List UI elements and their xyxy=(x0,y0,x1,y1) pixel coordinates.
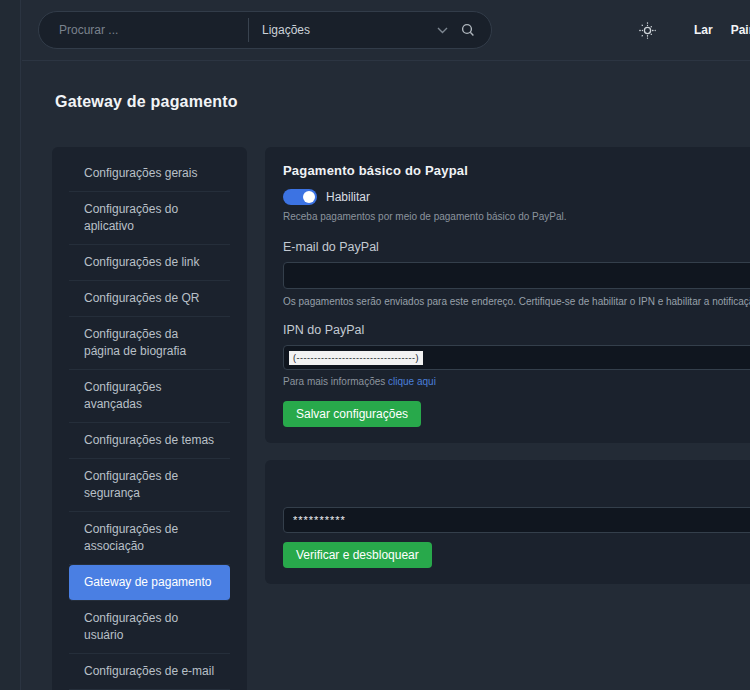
sidebar-item-label: Configurações do aplicativo xyxy=(84,202,178,233)
header: Ligações xyxy=(22,0,750,61)
ipn-selected-text: (----------------------------------) xyxy=(289,351,423,365)
unlock-card-blank-space xyxy=(283,476,750,507)
search-icon[interactable] xyxy=(461,23,475,37)
sidebar-item-gerais[interactable]: Configurações gerais xyxy=(69,156,230,192)
search-category-select[interactable]: Ligações xyxy=(249,12,461,48)
sidebar-item-gateway-pagamento[interactable]: Gateway de pagamento xyxy=(69,565,230,601)
sidebar-item-temas[interactable]: Configurações de temas xyxy=(69,423,230,459)
app-container: Ligações xyxy=(22,0,750,690)
sidebar-item-label: Configurações de associação xyxy=(84,522,178,553)
page-left-edge xyxy=(0,0,21,690)
sidebar-item-avancadas[interactable]: Configurações avançadas xyxy=(69,370,230,423)
chevron-down-icon xyxy=(437,27,448,34)
verify-unlock-button[interactable]: Verificar e desbloquear xyxy=(283,542,432,568)
sidebar-item-label: Configurações do usuário xyxy=(84,611,178,642)
header-nav: Lar Pain xyxy=(639,22,750,39)
sidebar-item-seguranca[interactable]: Configurações de segurança xyxy=(69,459,230,512)
sidebar-item-label: Gateway de pagamento xyxy=(84,575,211,589)
sidebar-item-label: Configurações de e-mail xyxy=(84,664,214,678)
sidebar-item-qr[interactable]: Configurações de QR xyxy=(69,281,230,317)
card-title: Pagamento básico do Paypal xyxy=(283,163,750,178)
enable-toggle-label: Habilitar xyxy=(326,190,370,204)
sidebar-item-label: Configurações de QR xyxy=(84,291,199,305)
toggle-knob xyxy=(303,191,315,203)
sidebar-item-associacao[interactable]: Configurações de associação xyxy=(69,512,230,565)
sidebar-item-label: Configurações gerais xyxy=(84,166,197,180)
save-settings-button[interactable]: Salvar configurações xyxy=(283,401,421,427)
sidebar-item-label: Configurações da página de biografia xyxy=(84,327,186,358)
sidebar-item-label: Configurações de link xyxy=(84,255,199,269)
sidebar-item-aplicativo[interactable]: Configurações do aplicativo xyxy=(69,192,230,245)
search-category-value: Ligações xyxy=(262,23,310,37)
sidebar-item-biografia[interactable]: Configurações da página de biografia xyxy=(69,317,230,370)
sidebar-item-label: Configurações avançadas xyxy=(84,380,161,411)
content-area: Configurações geraisConfigurações do apl… xyxy=(22,147,750,690)
paypal-ipn-label: IPN do PayPal xyxy=(283,323,750,337)
settings-sidebar: Configurações geraisConfigurações do apl… xyxy=(52,147,247,690)
sidebar-item-email[interactable]: Configurações de e-mail xyxy=(69,654,230,690)
sidebar-item-link[interactable]: Configurações de link xyxy=(69,245,230,281)
sidebar-item-usuario[interactable]: Configurações do usuário xyxy=(69,601,230,654)
nav-panel-link[interactable]: Pain xyxy=(731,23,750,37)
unlock-password-input[interactable] xyxy=(283,507,750,533)
sidebar-item-label: Configurações de temas xyxy=(84,433,214,447)
enable-toggle-row: Habilitar xyxy=(283,189,750,205)
theme-sun-icon[interactable] xyxy=(639,22,656,39)
ipn-info-text: Para mais informações xyxy=(283,376,388,387)
search-bar: Ligações xyxy=(38,11,492,49)
ipn-info-row: Para mais informações clique aqui xyxy=(283,376,750,387)
enable-toggle[interactable] xyxy=(283,189,317,205)
search-input[interactable] xyxy=(39,12,248,48)
paypal-email-label: E-mail do PayPal xyxy=(283,240,750,254)
unlock-card: Verificar e desbloquear xyxy=(265,460,750,584)
main-column: Pagamento básico do Paypal Habilitar Rec… xyxy=(265,147,750,584)
sidebar-list: Configurações geraisConfigurações do apl… xyxy=(52,156,247,690)
paypal-basic-card: Pagamento básico do Paypal Habilitar Rec… xyxy=(265,147,750,443)
ipn-info-link[interactable]: clique aqui xyxy=(388,376,436,387)
paypal-ipn-input[interactable]: (----------------------------------) xyxy=(283,345,750,370)
sidebar-item-label: Configurações de segurança xyxy=(84,469,178,500)
page-title: Gateway de pagamento xyxy=(55,93,750,111)
paypal-email-help: Os pagamentos serão enviados para este e… xyxy=(283,296,750,307)
toggle-help-text: Receba pagamentos por meio de pagamento … xyxy=(283,211,750,222)
paypal-email-input[interactable] xyxy=(283,262,750,289)
nav-home-link[interactable]: Lar xyxy=(694,23,713,37)
